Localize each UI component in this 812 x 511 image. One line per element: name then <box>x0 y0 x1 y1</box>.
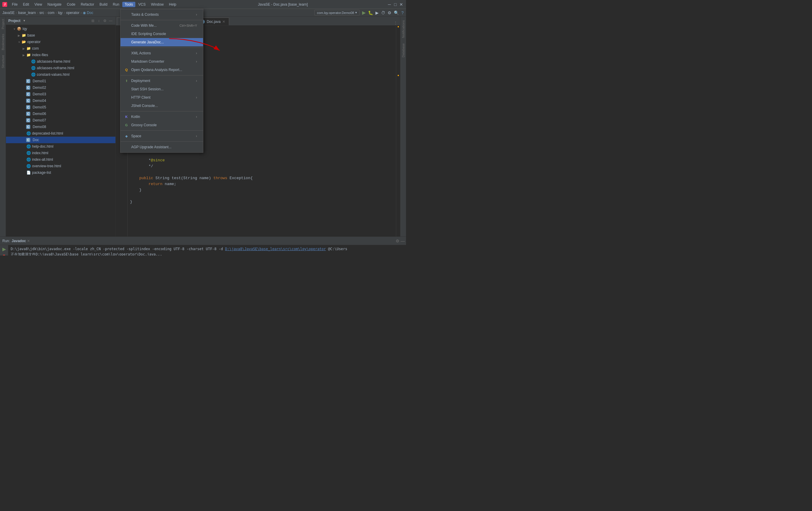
package-icon: 📦 <box>17 26 21 31</box>
java-icon-demo08: C <box>26 125 30 129</box>
breadcrumb-doc[interactable]: ◉ Doc <box>83 11 93 15</box>
tree-arrow-operator: ▾ <box>17 39 21 44</box>
menu-item-tasks-contexts[interactable]: Tasks & Contexts › <box>120 10 203 19</box>
settings-button[interactable]: ⚙ <box>103 19 107 23</box>
menu-code[interactable]: Code <box>64 2 78 7</box>
tree-item-deprecated[interactable]: 🌐 deprecated-list.html <box>6 130 115 137</box>
run-minimize-icon[interactable]: — <box>401 239 405 243</box>
menu-navigate[interactable]: Navigate <box>45 2 64 7</box>
run-config-selector[interactable]: com.lqy.operator.Demo08 ▾ <box>314 10 360 16</box>
search-icon[interactable]: 🔍 <box>394 10 399 15</box>
menu-tools[interactable]: Tools <box>122 2 135 7</box>
tree-item-allclasses-frame[interactable]: 🌐 allclasses-frame.html <box>6 58 115 65</box>
minimize-panel-button[interactable]: — <box>108 19 113 23</box>
project-panel-header: Project ▾ ⊞ ↕ ⚙ — <box>6 17 115 25</box>
breadcrumb-src[interactable]: src <box>39 11 44 15</box>
profile-button[interactable]: ⏱ <box>381 10 385 15</box>
tree-item-demo08[interactable]: C Demo08 <box>6 124 115 130</box>
menu-item-ide-scripting-console[interactable]: IDE Scripting Console <box>120 30 203 38</box>
menu-item-jshell-console[interactable]: JShell Console... <box>120 102 203 110</box>
menu-edit[interactable]: Edit <box>21 2 31 7</box>
tab-overflow-icon[interactable]: ⋮ <box>394 21 398 25</box>
breadcrumb-javase[interactable]: JavaSE <box>2 11 14 15</box>
menu-item-deployment[interactable]: ⬆ Deployment › <box>120 77 203 85</box>
maximize-button[interactable]: □ <box>393 2 398 7</box>
tree-item-doc[interactable]: C Doc <box>6 137 115 143</box>
tree-item-help-doc[interactable]: 🌐 help-doc.html <box>6 143 115 150</box>
tree-item-demo05[interactable]: C Demo05 <box>6 104 115 110</box>
minimize-button[interactable]: ─ <box>387 2 392 7</box>
menu-file[interactable]: File <box>9 2 20 7</box>
debug-button[interactable]: 🐛 <box>368 10 373 15</box>
breadcrumb-baselearn[interactable]: base_learn <box>18 11 36 15</box>
tree-item-demo01[interactable]: C Demo01 <box>6 78 115 84</box>
menu-item-code-with-me[interactable]: Code With Me... Ctrl+Shift+Y <box>120 21 203 30</box>
menu-item-space[interactable]: ◆ Space › <box>120 132 203 140</box>
sort-button[interactable]: ↕ <box>96 19 101 23</box>
menu-item-markdown-converter[interactable]: Markdown Converter › <box>120 57 203 66</box>
tree-item-constant-values[interactable]: 🌐 constant-values.html <box>6 71 115 78</box>
structure-toggle[interactable]: Structure <box>1 53 5 71</box>
tree-item-operator[interactable]: ▾ 📂 operator <box>6 38 115 45</box>
run-stop-btn[interactable]: ■ <box>3 253 5 255</box>
database-toggle[interactable]: Database <box>401 41 406 60</box>
project-sidebar-toggle[interactable]: Project <box>1 17 5 31</box>
menu-item-generate-javadoc[interactable]: Generate JavaDoc... <box>120 38 203 46</box>
run-settings-icon[interactable]: ⚙ <box>396 239 400 243</box>
tree-item-package-list[interactable]: 📄 package-list <box>6 169 115 176</box>
tree-item-base[interactable]: ▶ 📁 base <box>6 32 115 38</box>
run-output-line-2: 正在加载源文件D:\java8\JavaSE\base_learn\src\co… <box>11 252 404 255</box>
html-icon-2: 🌐 <box>31 66 36 71</box>
tree-item-allclasses-noframe[interactable]: 🌐 allclasses-noframe.html <box>6 65 115 71</box>
tree-item-index-files[interactable]: ▶ 📁 index-files <box>6 52 115 58</box>
folder-icon-com: 📁 <box>26 46 31 51</box>
collapse-all-button[interactable]: ⊞ <box>90 19 95 23</box>
breadcrumb-operator[interactable]: operator <box>66 11 80 15</box>
breadcrumb-lqy[interactable]: lqy <box>58 11 62 15</box>
output-link-1[interactable]: D:\java8\JavaSE\base_learn\src\com\lqy\o… <box>225 247 326 251</box>
tree-item-lqy[interactable]: ▾ 📦 lqy <box>6 26 115 32</box>
no-arrow <box>26 59 31 64</box>
tree-item-demo02[interactable]: C Demo02 <box>6 84 115 91</box>
tree-item-demo07[interactable]: C Demo07 <box>6 117 115 124</box>
bookmarks-toggle[interactable]: Bookmarks <box>1 31 5 53</box>
tree-item-index-all[interactable]: 🌐 index-all.html <box>6 156 115 163</box>
tree-item-demo06[interactable]: C Demo06 <box>6 110 115 117</box>
tree-item-demo03[interactable]: C Demo03 <box>6 91 115 98</box>
menu-help[interactable]: Help <box>167 2 179 7</box>
menu-item-groovy-console[interactable]: G Groovy Console <box>120 121 203 129</box>
help-icon[interactable]: ? <box>401 10 404 15</box>
menu-build[interactable]: Build <box>97 2 110 7</box>
qodana-icon: Q <box>124 68 129 72</box>
menu-item-http-client[interactable]: HTTP Client › <box>120 93 203 102</box>
menu-view[interactable]: View <box>32 2 45 7</box>
menu-run[interactable]: Run <box>110 2 122 7</box>
run-tab-close[interactable]: ✕ <box>27 239 30 243</box>
tab-close-doc[interactable]: ✕ <box>222 20 225 24</box>
notifications-toggle[interactable]: Notifications <box>401 18 406 41</box>
html-icon-overview: 🌐 <box>26 164 31 168</box>
run-controls: ▶ ■ ↺ ↓ 📌 ↵ <box>0 245 8 255</box>
tree-item-index-html[interactable]: 🌐 index.html <box>6 150 115 156</box>
menu-item-start-ssh[interactable]: Start SSH Session... <box>120 85 203 93</box>
menu-vcs[interactable]: VCS <box>136 2 148 7</box>
tree-item-overview-tree[interactable]: 🌐 overview-tree.html <box>6 163 115 169</box>
menu-item-xml-actions[interactable]: XML Actions › <box>120 49 203 57</box>
breadcrumb-com[interactable]: com <box>48 11 55 15</box>
menu-item-kotlin[interactable]: K Kotlin › <box>120 113 203 121</box>
run-play-btn[interactable]: ▶ <box>2 246 6 252</box>
menu-window[interactable]: Window <box>149 2 166 7</box>
run-button[interactable]: ▶ <box>362 10 366 16</box>
run-output[interactable]: D:\java8\jdk\bin\javadoc.exe -locale zh_… <box>8 245 406 255</box>
run-body: ▶ ■ ↺ ↓ 📌 ↵ D:\java8\jdk\bin\javadoc.exe… <box>0 245 406 255</box>
coverage-button[interactable]: ▶ <box>375 10 379 15</box>
settings-icon[interactable]: ⚙ <box>387 10 392 15</box>
menu-item-open-qodana[interactable]: Q Open Qodana Analysis Report... <box>120 66 203 74</box>
run-name[interactable]: Javadoc <box>11 239 26 243</box>
close-button[interactable]: ✕ <box>399 2 404 7</box>
java-icon-demo03: C <box>26 92 30 96</box>
menu-item-agp-upgrade[interactable]: AGP Upgrade Assistant... <box>120 143 203 151</box>
tree-item-demo04[interactable]: C Demo04 <box>6 98 115 104</box>
menu-refactor[interactable]: Refactor <box>78 2 96 7</box>
tree-item-com[interactable]: ▶ 📁 com <box>6 45 115 52</box>
